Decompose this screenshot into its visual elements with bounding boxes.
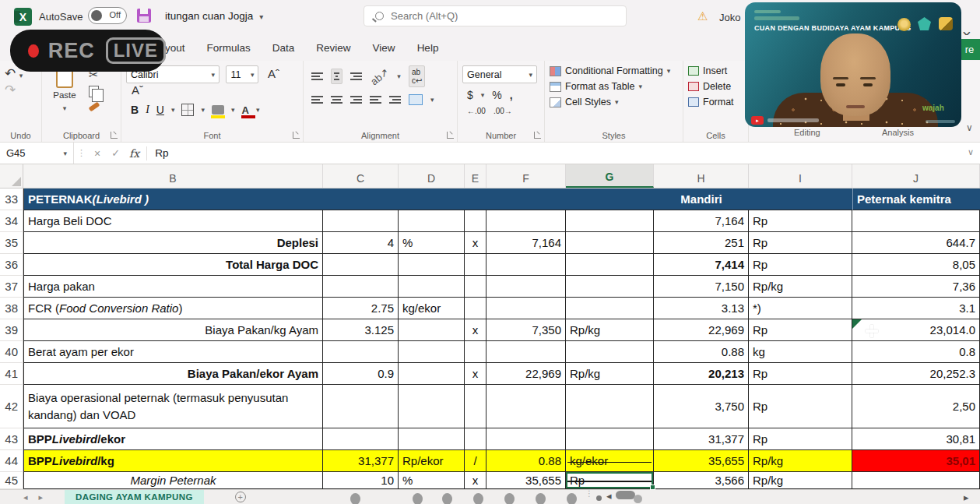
column-header-D[interactable]: D [399, 164, 465, 188]
column-header-E[interactable]: E [465, 164, 486, 188]
orientation-icon[interactable]: ab↗ [368, 65, 391, 87]
cell-D42[interactable] [399, 385, 465, 428]
column-header-H[interactable]: H [654, 164, 749, 188]
drag-handle-icon[interactable]: ⋮ [77, 148, 86, 158]
decrease-decimal-icon[interactable]: .00→ [494, 107, 512, 115]
grow-font-icon[interactable]: Aˆ [268, 67, 279, 80]
align-left-icon[interactable] [311, 94, 323, 105]
row-header-45[interactable]: 45 [0, 472, 23, 489]
cell-B36[interactable]: Total Harga DOC [23, 254, 323, 276]
cell-J44[interactable]: 35,01 [852, 450, 980, 472]
cell-I38[interactable]: *) [749, 298, 852, 319]
cell-B42[interactable]: Biaya operasional peternak (termasuk pen… [23, 385, 323, 428]
number-format-select[interactable]: General▾ [462, 65, 537, 83]
cell-H43[interactable]: 31,377 [654, 428, 749, 450]
borders-icon[interactable] [181, 104, 194, 116]
redo-icon[interactable]: ↷ [5, 83, 16, 97]
cell-I33[interactable] [749, 189, 852, 210]
chevron-down-icon[interactable]: ▾ [481, 91, 485, 99]
add-sheet-button[interactable]: + [235, 492, 246, 502]
cell-B33[interactable]: PETERNAK (Livebird ) [23, 189, 323, 210]
increase-decimal-icon[interactable]: ←.00 [467, 107, 486, 115]
alignment-dialog-launcher[interactable] [447, 132, 454, 139]
cell-H44[interactable]: 35,655 [654, 450, 749, 472]
excel-app-icon[interactable]: X [14, 8, 32, 26]
row-header-34[interactable]: 34 [0, 210, 23, 232]
font-dialog-launcher[interactable] [293, 132, 300, 139]
conditional-formatting-button[interactable]: Conditional Formatting▾ [550, 65, 678, 76]
cell-G38[interactable] [566, 298, 654, 319]
underline-button[interactable]: U [156, 104, 164, 116]
percent-format-icon[interactable]: % [492, 89, 501, 101]
fill-handle[interactable] [650, 485, 655, 490]
cell-E42[interactable] [465, 385, 486, 428]
cell-styles-button[interactable]: Cell Styles▾ [550, 97, 678, 107]
cell-H38[interactable]: 3.13 [654, 298, 749, 319]
cell-C40[interactable] [323, 341, 399, 363]
cell-E34[interactable] [465, 210, 486, 232]
menu-tab-formulas[interactable]: Formulas [207, 42, 251, 54]
cell-G37[interactable] [566, 276, 654, 298]
row-header-44[interactable]: 44 [0, 450, 23, 472]
cell-G41[interactable]: Rp/kg [566, 363, 654, 385]
cell-I39[interactable]: Rp [749, 319, 852, 341]
copy-icon[interactable] [89, 86, 99, 97]
autosave-toggle[interactable]: Off [88, 7, 127, 24]
row-header-40[interactable]: 40 [0, 341, 23, 363]
cell-J37[interactable]: 7,36 [852, 276, 980, 298]
font-color-icon[interactable]: A [242, 104, 249, 116]
cell-B44[interactable]: BPP Livebird /kg [23, 450, 323, 472]
cancel-entry-icon[interactable]: × [94, 147, 100, 160]
cell-B39[interactable]: Biaya Pakan/kg Ayam [23, 319, 323, 341]
cell-J38[interactable]: 3.1 [852, 298, 980, 319]
comma-format-icon[interactable]: , [510, 89, 513, 101]
cell-H35[interactable]: 251 [654, 232, 749, 254]
expand-formula-bar-icon[interactable]: ∨ [968, 147, 974, 157]
cell-G44[interactable]: kg/ekor [566, 450, 654, 472]
cell-H34[interactable]: 7,164 [654, 210, 749, 232]
cell-H45[interactable]: 3,566 [654, 472, 749, 489]
chevron-down-icon[interactable]: ▾ [256, 106, 260, 114]
align-right-icon[interactable] [350, 94, 362, 105]
cell-E43[interactable] [465, 428, 486, 450]
decrease-indent-icon[interactable] [370, 94, 381, 105]
cell-G45[interactable]: Rp [566, 472, 654, 489]
cell-F42[interactable] [486, 385, 566, 428]
bold-button[interactable]: B [131, 104, 139, 116]
cell-E37[interactable] [465, 276, 486, 298]
cell-I42[interactable]: Rp [749, 385, 852, 428]
cell-G36[interactable] [566, 254, 654, 276]
paste-button[interactable]: Paste ▾ [47, 65, 83, 129]
format-painter-icon[interactable] [89, 102, 100, 112]
cell-I40[interactable]: kg [749, 341, 852, 363]
cell-G35[interactable] [566, 232, 654, 254]
cell-I37[interactable]: Rp/kg [749, 276, 852, 298]
cell-D45[interactable]: % [399, 472, 465, 489]
align-top-icon[interactable] [311, 71, 323, 82]
cell-E44[interactable]: / [465, 450, 486, 472]
cell-J45[interactable] [852, 472, 980, 489]
cell-D36[interactable] [399, 254, 465, 276]
cell-F37[interactable] [486, 276, 566, 298]
column-header-G[interactable]: G [566, 164, 654, 188]
search-input[interactable]: Search (Alt+Q) [364, 5, 627, 26]
cell-J35[interactable]: 644.7 [852, 232, 980, 254]
undo-icon[interactable]: ↶ [5, 66, 16, 81]
cell-D44[interactable]: Rp/ekor [399, 450, 465, 472]
cell-C35[interactable]: 4 [323, 232, 399, 254]
merge-center-icon[interactable] [409, 94, 423, 105]
cell-H33[interactable]: Mandiri [654, 189, 749, 210]
increase-indent-icon[interactable] [389, 94, 401, 105]
cell-H40[interactable]: 0.88 [654, 341, 749, 363]
cell-J33[interactable]: Peternak kemitra [852, 189, 980, 210]
cell-H42[interactable]: 3,750 [654, 385, 749, 428]
row-header-38[interactable]: 38 [0, 298, 23, 319]
cell-G42[interactable] [566, 385, 654, 428]
row-header-35[interactable]: 35 [0, 232, 23, 254]
insert-cells-button[interactable]: Insert [688, 65, 743, 76]
align-bottom-icon[interactable] [350, 71, 362, 82]
column-header-J[interactable]: J [852, 164, 980, 188]
cell-G33[interactable] [566, 189, 654, 210]
cell-C39[interactable]: 3.125 [323, 319, 399, 341]
chevron-down-icon[interactable]: ▾ [201, 106, 205, 114]
